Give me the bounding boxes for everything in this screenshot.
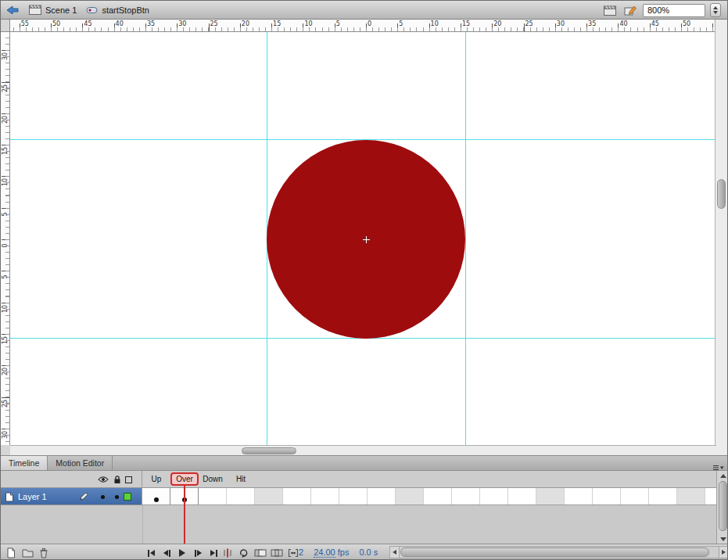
- scene-label[interactable]: Scene 1: [45, 5, 77, 15]
- tab-motion-editor[interactable]: Motion Editor: [48, 456, 113, 470]
- scroll-left-button[interactable]: [390, 547, 400, 558]
- layer-outline-swatch[interactable]: [124, 493, 131, 501]
- go-to-last-frame-button[interactable]: [206, 546, 221, 560]
- frame-label-hit[interactable]: Hit: [227, 471, 255, 487]
- zoom-stepper[interactable]: [710, 3, 721, 17]
- frame-label-over[interactable]: Over: [170, 472, 199, 486]
- ruler-major-tick: [2, 239, 9, 240]
- ruler-label: 0: [368, 20, 371, 27]
- frame-cell-17[interactable]: [593, 488, 621, 505]
- frame-cell-19[interactable]: [649, 488, 677, 505]
- frame-cell-10[interactable]: [396, 488, 424, 505]
- frame-label-up[interactable]: Up: [142, 471, 170, 487]
- ruler-label: 10: [304, 20, 312, 27]
- new-layer-icon: [6, 547, 16, 558]
- ruler-major-tick: [240, 23, 241, 31]
- ruler-major-tick: [114, 23, 115, 31]
- center-frame-button[interactable]: [221, 546, 235, 560]
- onion-skin-outlines-button[interactable]: [270, 546, 284, 560]
- elapsed-time-value: 0.0 s: [359, 547, 378, 557]
- timeline-vertical-scrollbar-thumb[interactable]: [719, 481, 727, 531]
- frame-cell-15[interactable]: [536, 488, 565, 505]
- frame-cell-8[interactable]: [339, 488, 368, 505]
- delete-layer-button[interactable]: [37, 546, 51, 560]
- guide-line-vertical-right[interactable]: [465, 32, 466, 445]
- new-folder-button[interactable]: [20, 546, 34, 560]
- timeline-panel-tabs: Timeline Motion Editor: [1, 455, 727, 471]
- go-to-first-frame-button[interactable]: [144, 546, 158, 560]
- back-button[interactable]: [5, 5, 20, 16]
- frame-cell-6[interactable]: [283, 488, 311, 505]
- pencil-icon: [79, 491, 89, 501]
- frame-cell-4[interactable]: [227, 488, 255, 505]
- layer-visibility-dot[interactable]: [101, 495, 105, 499]
- tab-timeline[interactable]: Timeline: [1, 456, 48, 470]
- timeline-horizontal-scrollbar-thumb[interactable]: [400, 547, 709, 557]
- new-layer-button[interactable]: [4, 546, 18, 560]
- current-frame-value[interactable]: 2: [299, 547, 303, 557]
- layer-name[interactable]: Layer 1: [18, 488, 47, 505]
- scroll-down-button[interactable]: [717, 534, 728, 544]
- frame-cell-20[interactable]: [677, 488, 705, 505]
- step-forward-button[interactable]: [191, 546, 205, 560]
- frame-cell-7[interactable]: [311, 488, 339, 505]
- loop-playback-button[interactable]: [237, 546, 251, 560]
- step-back-button[interactable]: [160, 546, 174, 560]
- stepper-down-icon[interactable]: [713, 11, 718, 14]
- ruler-label: 25: [2, 399, 9, 408]
- scroll-right-button[interactable]: [719, 547, 728, 558]
- timeline-vertical-scrollbar[interactable]: [716, 471, 728, 544]
- onion-skin-button[interactable]: [253, 546, 267, 560]
- frame-rate-value[interactable]: 24.00: [314, 547, 335, 558]
- timeline-status: 2 24.00 fps 0.0 s: [299, 547, 378, 557]
- ruler-major-tick: [335, 23, 335, 31]
- stage-horizontal-scrollbar[interactable]: [10, 445, 716, 455]
- stage-vertical-scrollbar-thumb[interactable]: [717, 179, 726, 209]
- edit-symbols-button[interactable]: [622, 3, 638, 17]
- timeline-empty-area: [1, 505, 716, 544]
- frame-label-down[interactable]: Down: [199, 471, 227, 487]
- ruler-label: 5: [336, 20, 340, 27]
- ruler-major-tick: [397, 23, 398, 31]
- stepper-up-icon[interactable]: [713, 6, 718, 9]
- vertical-ruler[interactable]: 30252015105051015202530: [1, 32, 10, 445]
- frame-cell-14[interactable]: [508, 488, 536, 505]
- edit-scene-icon: [604, 5, 616, 16]
- ruler-label: 40: [116, 20, 124, 27]
- zoom-input[interactable]: 800%: [643, 4, 705, 17]
- outline-square-icon[interactable]: [125, 476, 132, 483]
- timeline-horizontal-scrollbar[interactable]: [389, 546, 728, 558]
- scene-breadcrumb[interactable]: Scene 1: [29, 5, 77, 15]
- ruler-major-tick: [461, 23, 461, 31]
- layer-lock-dot[interactable]: [115, 495, 119, 499]
- frame-cell-11[interactable]: [424, 488, 452, 505]
- ruler-major-tick: [303, 23, 303, 31]
- scroll-down-icon: [720, 537, 726, 541]
- scroll-up-button[interactable]: [717, 471, 728, 480]
- layer-item[interactable]: Layer 1: [1, 488, 142, 505]
- frame-cell-21[interactable]: [705, 488, 716, 505]
- ruler-label: 45: [84, 20, 91, 27]
- stage-canvas[interactable]: [10, 32, 716, 445]
- frame-cell-13[interactable]: [480, 488, 508, 505]
- center-frame-icon: [222, 548, 233, 558]
- horizontal-ruler[interactable]: 5550454035302520151050510152025303540455…: [10, 20, 716, 32]
- stage-horizontal-scrollbar-thumb[interactable]: [242, 447, 296, 454]
- edit-scene-button[interactable]: [602, 3, 618, 17]
- eye-icon[interactable]: [98, 476, 109, 483]
- ruler-major-tick: [555, 23, 556, 31]
- stage-vertical-scrollbar[interactable]: [715, 20, 727, 455]
- frame-cell-5[interactable]: [255, 488, 283, 505]
- frame-cell-3[interactable]: [199, 488, 227, 505]
- frame-cell-1[interactable]: [142, 488, 170, 505]
- frame-cell-9[interactable]: [368, 488, 396, 505]
- lock-icon[interactable]: [113, 475, 121, 484]
- ruler-major-tick: [650, 23, 651, 31]
- playhead-line[interactable]: [184, 486, 185, 544]
- frame-rate[interactable]: 24.00 fps: [314, 547, 349, 557]
- play-button[interactable]: [175, 546, 189, 560]
- timeline-layer-row: Layer 1: [1, 488, 716, 505]
- frame-cell-12[interactable]: [452, 488, 480, 505]
- frame-cell-18[interactable]: [621, 488, 649, 505]
- frame-cell-16[interactable]: [565, 488, 593, 505]
